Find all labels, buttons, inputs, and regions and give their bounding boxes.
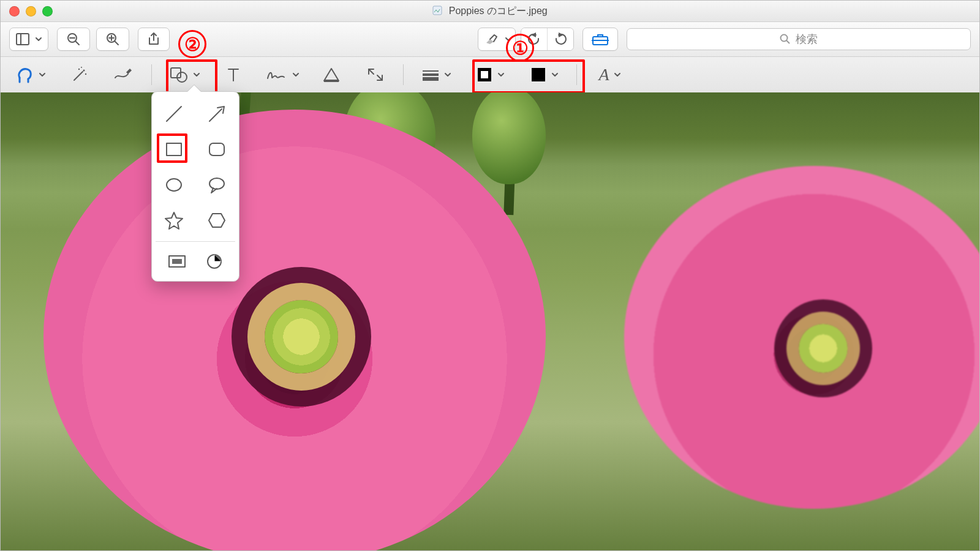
svg-point-32	[209, 178, 224, 189]
svg-line-28	[209, 109, 222, 121]
shapes-popover	[151, 91, 239, 282]
chevron-down-icon	[614, 72, 620, 78]
sketch-tool[interactable]	[107, 61, 140, 88]
svg-rect-30	[209, 143, 224, 156]
search-icon	[780, 34, 791, 45]
shape-star[interactable]	[161, 208, 187, 233]
search-input[interactable]: 検索	[627, 28, 971, 50]
zoom-in-icon	[105, 32, 120, 47]
adjust-color-tool[interactable]	[315, 61, 348, 88]
chevron-down-icon	[194, 72, 200, 78]
line-style-icon	[421, 69, 440, 81]
shapes-icon	[169, 66, 189, 83]
shape-arrow[interactable]	[204, 102, 230, 126]
markup-toggle-button[interactable]	[582, 28, 618, 51]
highlight-button[interactable]	[478, 28, 516, 51]
shape-mask[interactable]	[164, 249, 190, 274]
rotate-left-icon	[527, 32, 541, 46]
font-style-tool[interactable]: A	[588, 61, 631, 88]
photo-decor	[43, 110, 546, 550]
separator	[403, 64, 404, 85]
fullscreen-window-button[interactable]	[42, 6, 53, 17]
main-toolbar: 検索	[1, 22, 979, 57]
svg-line-13	[786, 40, 790, 43]
shape-loupe[interactable]	[202, 249, 227, 274]
lasso-icon	[16, 66, 34, 84]
minimize-window-button[interactable]	[26, 6, 36, 17]
rotate-left-button[interactable]	[521, 28, 548, 50]
close-window-button[interactable]	[9, 6, 20, 17]
prism-icon	[322, 67, 341, 83]
text-tool[interactable]	[217, 61, 250, 88]
photo-decor	[624, 166, 979, 509]
shape-rounded-rectangle[interactable]	[204, 137, 230, 162]
share-button[interactable]	[138, 28, 170, 51]
font-a-icon: A	[598, 65, 609, 84]
sidebar-icon	[16, 33, 29, 45]
chevron-down-icon	[445, 72, 451, 78]
shape-rectangle[interactable]	[161, 137, 187, 162]
separator	[576, 64, 577, 85]
line-style-tool[interactable]	[415, 61, 458, 88]
chevron-down-icon	[293, 72, 299, 78]
border-color-icon	[476, 66, 493, 83]
svg-point-15	[78, 69, 80, 70]
signature-tool[interactable]	[261, 61, 304, 88]
svg-point-31	[167, 179, 181, 191]
chevron-down-icon	[39, 72, 45, 78]
signature-icon	[266, 67, 288, 82]
svg-rect-29	[167, 143, 181, 156]
fill-color-tool[interactable]	[522, 61, 565, 88]
svg-rect-0	[433, 6, 442, 15]
shape-speech-bubble[interactable]	[204, 173, 230, 197]
titlebar: Poppies のコピー.jpeg	[1, 1, 979, 22]
svg-rect-1	[17, 34, 29, 45]
window-title-text: Poppies のコピー.jpeg	[449, 6, 548, 16]
separator	[151, 64, 152, 85]
sidebar-view-button[interactable]	[9, 28, 48, 51]
document-icon	[432, 6, 442, 15]
window-title: Poppies のコピー.jpeg	[1, 5, 979, 18]
zoom-out-icon	[66, 32, 81, 47]
svg-point-14	[83, 70, 85, 72]
image-canvas[interactable]	[1, 92, 979, 550]
zoom-in-button[interactable]	[96, 28, 129, 51]
svg-point-16	[85, 73, 86, 75]
shapes-tool[interactable]	[163, 61, 206, 88]
svg-point-12	[781, 35, 788, 42]
adjust-size-tool[interactable]	[359, 61, 392, 88]
chevron-down-icon	[498, 72, 504, 78]
chevron-down-icon	[552, 72, 558, 78]
share-icon	[147, 32, 160, 47]
resize-icon	[366, 67, 385, 83]
chevron-down-icon	[36, 36, 42, 42]
chevron-down-icon	[505, 36, 511, 42]
text-icon	[226, 66, 241, 83]
photo-decor	[472, 92, 546, 184]
shape-line[interactable]	[161, 102, 187, 126]
instant-alpha-tool[interactable]	[63, 61, 96, 88]
wand-icon	[70, 66, 89, 84]
window-controls	[1, 6, 53, 17]
svg-rect-34	[172, 259, 182, 264]
toolbox-icon	[592, 32, 609, 46]
search-placeholder: 検索	[796, 32, 818, 47]
zoom-out-button[interactable]	[57, 28, 90, 51]
markup-toolbar: A	[1, 57, 979, 93]
shape-ellipse[interactable]	[161, 173, 187, 197]
separator	[156, 241, 235, 242]
rotate-right-button[interactable]	[548, 28, 573, 50]
svg-line-5	[75, 41, 79, 45]
svg-line-9	[115, 41, 118, 45]
fill-color-icon	[530, 66, 547, 83]
svg-line-27	[167, 107, 181, 121]
selection-tool[interactable]	[9, 61, 52, 88]
svg-rect-25	[481, 71, 488, 78]
svg-point-17	[81, 67, 82, 68]
rotate-right-icon	[554, 32, 567, 46]
svg-rect-26	[532, 68, 545, 81]
shape-hexagon[interactable]	[204, 208, 230, 233]
border-color-tool[interactable]	[469, 61, 511, 88]
highlighter-icon	[484, 33, 499, 45]
app-window: Poppies のコピー.jpeg	[0, 0, 980, 551]
